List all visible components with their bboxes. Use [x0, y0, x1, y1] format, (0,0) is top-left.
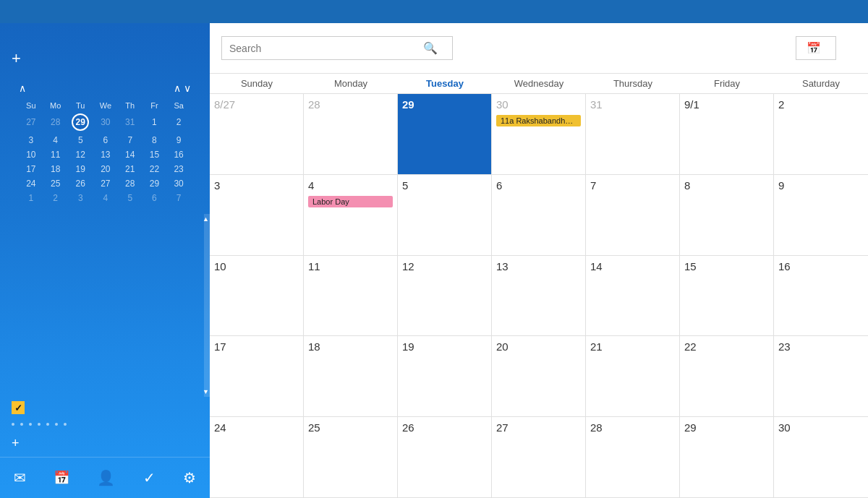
day-cell[interactable]: 13 [492, 256, 586, 336]
maximize-button[interactable] [793, 0, 826, 23]
mini-cal-day[interactable]: 28 [118, 176, 142, 191]
mini-cal-day[interactable]: 6 [93, 133, 118, 147]
next-month-button[interactable] [483, 46, 489, 51]
mini-cal-day[interactable]: 11 [43, 147, 68, 162]
mini-cal-day[interactable]: 30 [93, 111, 118, 133]
day-cell[interactable]: 29 [398, 94, 492, 174]
day-cell[interactable]: 9/1 [680, 94, 774, 174]
mini-cal-day[interactable]: 8 [142, 133, 167, 147]
day-cell[interactable]: 3 [210, 175, 304, 255]
search-box[interactable]: 🔍 [221, 36, 453, 60]
day-cell[interactable]: 11 [304, 256, 398, 336]
day-cell[interactable]: 23 [774, 336, 868, 416]
mini-cal-prev-button[interactable]: ∧ [174, 82, 181, 94]
day-cell[interactable]: 30 [774, 417, 868, 497]
day-cell[interactable]: 31 [586, 94, 680, 174]
close-button[interactable] [826, 0, 859, 23]
day-cell[interactable]: 2 [774, 94, 868, 174]
calendar-item[interactable]: ✓ [0, 397, 210, 418]
event-tag[interactable]: Labor Day [308, 196, 393, 207]
mini-cal-day[interactable]: 2 [43, 191, 68, 205]
mini-cal-day[interactable]: 27 [19, 111, 43, 133]
mini-cal-day[interactable]: 28 [43, 111, 68, 133]
mini-cal-day[interactable]: 2 [166, 111, 191, 133]
day-cell[interactable]: 8/27 [210, 94, 304, 174]
mini-cal-day[interactable]: 18 [43, 162, 68, 176]
mini-cal-day[interactable]: 17 [19, 162, 43, 176]
mini-cal-day[interactable]: 5 [68, 133, 93, 147]
mini-cal-day[interactable]: 12 [68, 147, 93, 162]
day-cell[interactable]: 15 [680, 256, 774, 336]
search-input[interactable] [229, 43, 417, 54]
people-icon[interactable]: 👤 [91, 466, 121, 489]
day-cell[interactable]: 8 [680, 175, 774, 255]
mini-cal-day[interactable]: 4 [43, 133, 68, 147]
mini-cal-day[interactable]: 1 [142, 111, 167, 133]
mini-cal-day[interactable]: 3 [19, 133, 43, 147]
day-cell[interactable]: 29 [680, 417, 774, 497]
mini-cal-day[interactable]: 1 [19, 191, 43, 205]
mini-cal-day[interactable]: 29 [68, 111, 93, 133]
day-cell[interactable]: 17 [210, 336, 304, 416]
day-cell[interactable]: 28 [586, 417, 680, 497]
mini-cal-day[interactable]: 23 [166, 162, 191, 176]
day-cell[interactable]: 10 [210, 256, 304, 336]
day-cell[interactable]: 20 [492, 336, 586, 416]
mini-cal-collapse-icon[interactable]: ∧ [19, 82, 26, 94]
day-cell[interactable]: 6 [492, 175, 586, 255]
day-cell[interactable]: 3011a Rakshabandh… [492, 94, 586, 174]
day-cell[interactable]: 16 [774, 256, 868, 336]
mini-cal-day[interactable]: 14 [118, 147, 142, 162]
mini-cal-day[interactable]: 19 [68, 162, 93, 176]
day-cell[interactable]: 27 [492, 417, 586, 497]
minimize-button[interactable] [760, 0, 793, 23]
mini-cal-day[interactable]: 27 [93, 176, 118, 191]
today-button[interactable]: 📅 [796, 36, 836, 60]
mini-cal-day[interactable]: 13 [93, 147, 118, 162]
day-cell[interactable]: 24 [210, 417, 304, 497]
mini-cal-day[interactable]: 21 [118, 162, 142, 176]
mini-cal-day[interactable]: 20 [93, 162, 118, 176]
new-event-button[interactable]: + [12, 43, 198, 80]
day-cell[interactable]: 12 [398, 256, 492, 336]
day-cell[interactable]: 21 [586, 336, 680, 416]
day-cell[interactable]: 25 [304, 417, 398, 497]
day-cell[interactable]: 4Labor Day [304, 175, 398, 255]
mini-cal-day[interactable]: 4 [93, 191, 118, 205]
day-cell[interactable]: 14 [586, 256, 680, 336]
day-cell[interactable]: 7 [586, 175, 680, 255]
mini-cal-day[interactable]: 16 [166, 147, 191, 162]
calendar-icon[interactable]: 📅 [48, 467, 75, 489]
mini-cal-day[interactable]: 15 [142, 147, 167, 162]
day-cell[interactable]: 9 [774, 175, 868, 255]
mini-cal-day[interactable]: 24 [19, 176, 43, 191]
scroll-down-button[interactable]: ▼ [203, 388, 209, 395]
mail-icon[interactable]: ✉ [8, 466, 32, 489]
day-cell[interactable]: 22 [680, 336, 774, 416]
day-cell[interactable]: 18 [304, 336, 398, 416]
add-calendars-button[interactable]: + [0, 430, 210, 457]
mini-cal-next-button[interactable]: ∨ [184, 82, 191, 94]
mini-cal-day[interactable]: 31 [118, 111, 142, 133]
mini-cal-day[interactable]: 29 [142, 176, 167, 191]
day-cell[interactable]: 19 [398, 336, 492, 416]
day-cell[interactable]: 5 [398, 175, 492, 255]
event-tag[interactable]: 11a Rakshabandh… [496, 115, 581, 126]
prev-month-button[interactable] [473, 46, 479, 51]
mini-cal-day[interactable]: 25 [43, 176, 68, 191]
settings-icon[interactable]: ⚙ [177, 466, 202, 489]
calendar-checkbox[interactable]: ✓ [12, 401, 25, 414]
mini-cal-day[interactable]: 3 [68, 191, 93, 205]
mini-cal-day[interactable]: 5 [118, 191, 142, 205]
mini-cal-day[interactable]: 26 [68, 176, 93, 191]
mini-cal-day[interactable]: 9 [166, 133, 191, 147]
day-cell[interactable]: 28 [304, 94, 398, 174]
mini-cal-day[interactable]: 7 [118, 133, 142, 147]
mini-cal-day[interactable]: 6 [142, 191, 167, 205]
tasks-icon[interactable]: ✓ [137, 466, 161, 489]
day-cell[interactable]: 26 [398, 417, 492, 497]
mini-cal-day[interactable]: 10 [19, 147, 43, 162]
scroll-up-button[interactable]: ▲ [203, 215, 209, 223]
more-options-button[interactable] [845, 46, 856, 51]
mini-cal-day[interactable]: 7 [166, 191, 191, 205]
